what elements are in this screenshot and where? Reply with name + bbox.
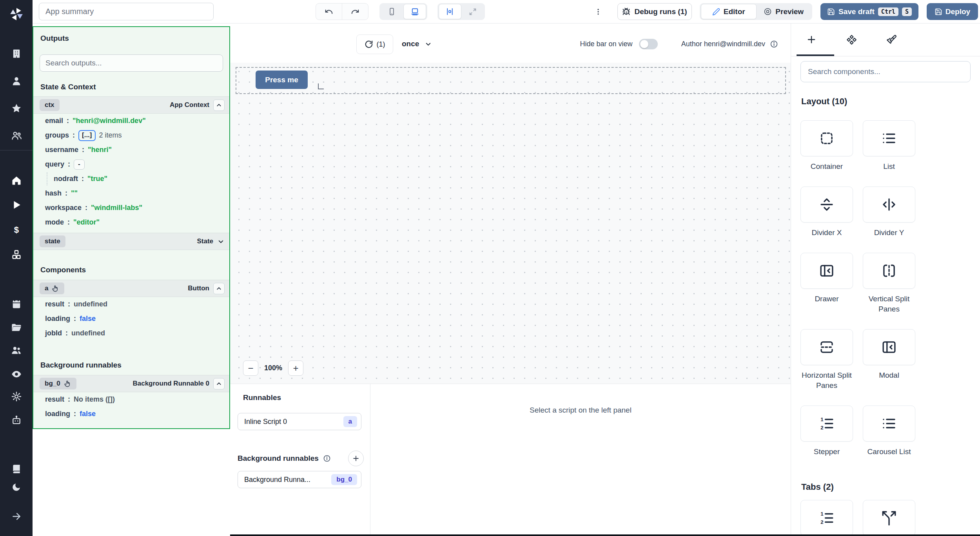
component-card-carousel-list[interactable]: Carousel List bbox=[863, 406, 915, 457]
selected-component-outline[interactable]: Press me bbox=[236, 67, 786, 94]
rail-separator bbox=[0, 150, 33, 150]
component-card-list[interactable]: List bbox=[863, 120, 915, 172]
zoom-out-button[interactable]: − bbox=[243, 360, 258, 376]
info-icon[interactable] bbox=[323, 455, 331, 462]
component-card-vertical-split-panes[interactable]: Vertical Split Panes bbox=[863, 253, 915, 314]
component-a-section-row[interactable]: a Button bbox=[33, 280, 229, 297]
hide-bar-toggle[interactable] bbox=[639, 39, 658, 49]
state-section-row[interactable]: state State bbox=[33, 233, 229, 250]
refresh-app-button[interactable]: (1) bbox=[356, 34, 393, 54]
collapse-object-button[interactable]: - bbox=[74, 159, 85, 170]
component-card-stepper[interactable]: 1 2 Stepper bbox=[800, 406, 853, 457]
tab-editor[interactable]: Editor bbox=[701, 4, 757, 19]
sidebar-item-home[interactable] bbox=[0, 172, 33, 189]
chevron-down-icon[interactable] bbox=[217, 238, 225, 245]
field-value: undefined bbox=[74, 300, 107, 308]
expand-array-button[interactable]: [...] bbox=[78, 130, 96, 141]
more-options-button[interactable] bbox=[591, 3, 605, 20]
resize-handle[interactable] bbox=[318, 83, 324, 89]
add-background-runnable-button[interactable] bbox=[348, 451, 364, 466]
sidebar-item-groups[interactable] bbox=[0, 342, 33, 359]
mobile-view-button[interactable] bbox=[381, 4, 403, 19]
search-components-input[interactable] bbox=[800, 61, 971, 82]
component-card-divider-y[interactable]: Divider Y bbox=[863, 187, 915, 238]
deploy-button[interactable]: Deploy bbox=[927, 3, 978, 20]
background-runnable-label: Background Runna... bbox=[244, 476, 310, 484]
sidebar-item-docs[interactable] bbox=[0, 460, 33, 478]
component-card-horizontal-split-panes[interactable]: Horizontal Split Panes bbox=[800, 329, 853, 391]
arrow-right-icon bbox=[11, 511, 22, 522]
sidebar-item-workspace[interactable] bbox=[0, 45, 33, 62]
sidebar-item-workers[interactable] bbox=[0, 412, 33, 429]
sidebar-item-favorites[interactable] bbox=[0, 100, 33, 117]
redo-icon bbox=[351, 7, 359, 16]
sidebar-item-users[interactable] bbox=[0, 127, 33, 144]
refresh-mode-dropdown[interactable]: once bbox=[402, 34, 432, 53]
ctx-section-row[interactable]: ctx App Context bbox=[33, 96, 229, 114]
field-value: No items ([]) bbox=[74, 395, 115, 404]
field-value: undefined bbox=[71, 329, 105, 337]
tab-insert-component[interactable] bbox=[794, 23, 829, 56]
canvas-grid[interactable]: Press me − 100% + bbox=[230, 63, 791, 384]
component-a-type-label: Button bbox=[188, 284, 209, 292]
fullscreen-canvas-button[interactable] bbox=[462, 4, 484, 19]
library-content: Layout (10) Container bbox=[791, 82, 980, 536]
dark-mode-toggle[interactable] bbox=[0, 478, 33, 496]
bg0-section-row[interactable]: bg_0 Background Runnable 0 bbox=[33, 375, 229, 392]
tab-component-settings[interactable] bbox=[834, 23, 869, 56]
device-preview-toggle bbox=[379, 3, 427, 20]
expand-sidebar-button[interactable] bbox=[0, 508, 33, 525]
debug-runs-button[interactable]: Debug runs (1) bbox=[617, 3, 692, 20]
field-key: groups bbox=[45, 131, 69, 139]
sidebar-item-folders[interactable] bbox=[0, 319, 33, 336]
sidebar-item-resources[interactable] bbox=[0, 246, 33, 263]
eye-icon bbox=[11, 369, 22, 380]
press-me-button[interactable]: Press me bbox=[256, 71, 308, 89]
save-draft-button[interactable]: Save draft Ctrl S bbox=[820, 3, 918, 20]
component-card-modal[interactable]: Modal bbox=[863, 329, 915, 391]
undo-button[interactable] bbox=[316, 4, 342, 20]
star-icon bbox=[11, 103, 22, 114]
array-count-note: 2 items bbox=[99, 131, 122, 139]
zoom-in-button[interactable]: + bbox=[288, 360, 303, 376]
collapse-bg0-button[interactable] bbox=[213, 378, 225, 389]
center-canvas-button[interactable] bbox=[439, 4, 461, 19]
field-key: hash bbox=[45, 189, 62, 197]
component-card-container[interactable]: Container bbox=[800, 120, 853, 172]
search-outputs-input[interactable] bbox=[40, 54, 223, 72]
chevron-up-icon bbox=[216, 380, 222, 387]
component-card-conditional-tabs[interactable] bbox=[863, 500, 915, 536]
runnables-panel: Runnables Inline Script 0 a Background r… bbox=[230, 384, 791, 536]
component-a-badge: a bbox=[40, 282, 64, 294]
info-icon bbox=[770, 40, 778, 48]
plus-icon: + bbox=[293, 364, 298, 373]
component-card-drawer[interactable]: Drawer bbox=[800, 253, 853, 314]
sidebar-item-variables[interactable]: $ bbox=[0, 221, 33, 239]
align-center-icon bbox=[445, 7, 454, 16]
window-bottom-edge bbox=[230, 534, 980, 536]
sidebar-item-settings[interactable] bbox=[0, 388, 33, 405]
app-summary-input[interactable] bbox=[39, 3, 214, 20]
redo-button[interactable] bbox=[342, 4, 368, 20]
inline-script-item[interactable]: Inline Script 0 a bbox=[238, 413, 361, 430]
component-card-divider-x[interactable]: Divider X bbox=[800, 187, 853, 238]
paintbrush-icon bbox=[886, 34, 897, 45]
background-runnable-item[interactable]: Background Runna... bg_0 bbox=[238, 471, 361, 488]
tab-preview[interactable]: Preview bbox=[757, 4, 811, 19]
sidebar-item-runs[interactable] bbox=[0, 196, 33, 214]
component-card-tabs[interactable]: 1 2 bbox=[800, 500, 853, 536]
sidebar-item-schedules[interactable] bbox=[0, 295, 33, 313]
refresh-count: (1) bbox=[377, 40, 385, 49]
tab-global-styling[interactable] bbox=[874, 23, 909, 56]
divider-y-icon bbox=[881, 196, 897, 213]
bg0-badge: bg_0 bbox=[40, 378, 76, 389]
field-key: username bbox=[45, 146, 78, 154]
collapse-ctx-button[interactable] bbox=[213, 100, 225, 111]
desktop-view-button[interactable] bbox=[403, 4, 426, 19]
ctx-row-query: query : - bbox=[33, 157, 229, 172]
deploy-label: Deploy bbox=[946, 7, 970, 16]
windmill-logo[interactable] bbox=[0, 5, 33, 23]
sidebar-item-audit[interactable] bbox=[0, 366, 33, 383]
sidebar-item-user[interactable] bbox=[0, 72, 33, 90]
collapse-component-a-button[interactable] bbox=[213, 283, 225, 294]
